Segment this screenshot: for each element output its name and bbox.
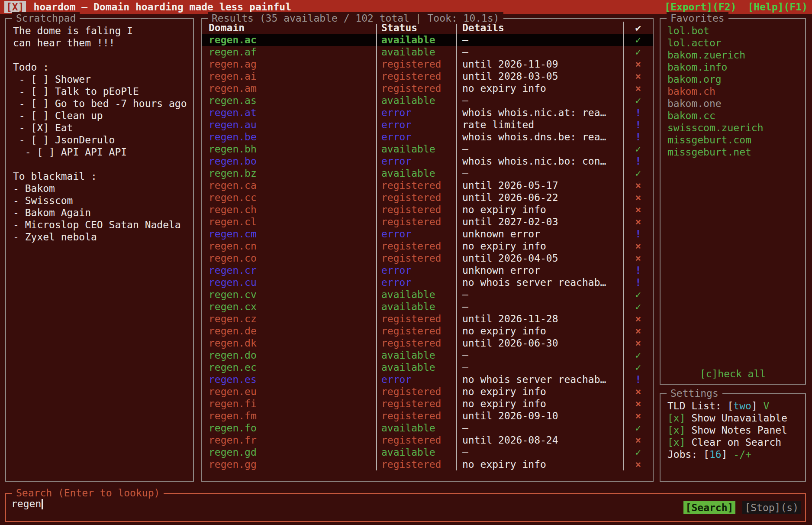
details-cell: – xyxy=(457,94,624,107)
favorite-item[interactable]: bakom.one xyxy=(667,97,803,110)
status-mark-icon: ✓ xyxy=(624,422,653,434)
table-row[interactable]: regen.co registered until 2026-04-05 × xyxy=(202,252,653,264)
status-cell: registered xyxy=(377,70,457,82)
table-row[interactable]: regen.cx available – ✓ xyxy=(202,301,653,313)
favorite-item[interactable]: missgeburt.com xyxy=(667,134,803,146)
table-row[interactable]: regen.de registered no expiry info × xyxy=(202,325,653,337)
favorite-item[interactable]: swisscom.zuerich xyxy=(667,122,803,134)
table-row[interactable]: regen.bo error whois whois.nic.bo: con… … xyxy=(202,155,653,167)
details-cell: no expiry info xyxy=(457,240,624,252)
status-mark-icon: × xyxy=(624,337,653,349)
status-cell: error xyxy=(377,131,457,143)
status-mark-icon: × xyxy=(624,434,653,446)
favorite-item[interactable]: bakom.ch xyxy=(667,85,803,97)
table-row[interactable]: regen.au error rate limited ! xyxy=(202,119,653,131)
checkbox-clear-on-search[interactable]: [x] Clear on Search xyxy=(667,436,803,448)
table-row[interactable]: regen.eu registered no expiry info × xyxy=(202,386,653,398)
table-row[interactable]: regen.ch registered no expiry info × xyxy=(202,204,653,216)
table-row[interactable]: regen.cm error unknown error ! xyxy=(202,228,653,240)
scratchpad-line: - [ ] API API API xyxy=(13,146,191,158)
table-row[interactable]: regen.am registered no expiry info × xyxy=(202,82,653,94)
status-mark-icon: ! xyxy=(624,131,653,143)
favorite-item[interactable]: bakom.org xyxy=(667,73,803,85)
table-row[interactable]: regen.cl registered until 2027-02-03 × xyxy=(202,216,653,228)
table-row[interactable]: regen.cr error unknown error ! xyxy=(202,264,653,276)
status-cell: error xyxy=(377,228,457,240)
domain-cell: regen.cn xyxy=(202,240,377,252)
table-row[interactable]: regen.do available – ✓ xyxy=(202,349,653,361)
stop-button[interactable]: [Stop](s) xyxy=(742,501,801,514)
favorites-panel-title: Favorites xyxy=(667,12,728,24)
status-cell: error xyxy=(377,119,457,131)
table-row[interactable]: regen.as available – ✓ xyxy=(202,94,653,107)
favorite-item[interactable]: bakom.cc xyxy=(667,110,803,122)
table-row[interactable]: regen.cv available – ✓ xyxy=(202,288,653,301)
close-button[interactable]: [X] xyxy=(4,1,26,13)
help-button[interactable]: [Help](F1) xyxy=(748,1,808,13)
favorite-item[interactable]: lol.actor xyxy=(667,37,803,49)
domain-cell: regen.dk xyxy=(202,337,377,349)
table-row[interactable]: regen.gd available – ✓ xyxy=(202,446,653,458)
favorites-panel: Favorites lol.bot lol.actor bakom.zueric… xyxy=(660,18,806,385)
table-row[interactable]: regen.fi registered no expiry info × xyxy=(202,398,653,410)
domain-cell: regen.au xyxy=(202,119,377,131)
scratchpad-line xyxy=(13,49,191,61)
table-row[interactable]: regen.af available – ✓ xyxy=(202,46,653,58)
table-row[interactable]: regen.gg registered no expiry info × xyxy=(202,458,653,470)
search-input-value: regen xyxy=(11,498,41,509)
favorite-item[interactable]: bakom.info xyxy=(667,61,803,73)
status-cell: registered xyxy=(377,179,457,191)
status-mark-icon: ! xyxy=(624,373,653,386)
status-mark-icon: ✓ xyxy=(624,167,653,179)
favorite-item[interactable]: lol.bot xyxy=(667,25,803,37)
scratchpad-line: - [ ] JsonDerulo xyxy=(13,134,191,146)
domain-cell: regen.cx xyxy=(202,301,377,313)
jobs-minus-plus-controls: -/+ xyxy=(733,449,751,460)
details-cell: – xyxy=(457,361,624,373)
details-cell: – xyxy=(457,301,624,313)
table-row[interactable]: regen.bh available – ✓ xyxy=(202,143,653,155)
table-row[interactable]: regen.ca registered until 2026-05-17 × xyxy=(202,179,653,191)
column-header-check-icon: ✔ xyxy=(624,22,653,34)
favorite-item[interactable]: bakom.zuerich xyxy=(667,49,803,61)
details-cell: whois whois.nic.bo: con… xyxy=(457,155,624,167)
table-row[interactable]: regen.ac available – ✓ xyxy=(202,34,653,46)
table-row[interactable]: regen.ai registered until 2028-03-05 × xyxy=(202,70,653,82)
favorite-item[interactable]: missgeburt.net xyxy=(667,146,803,158)
table-row[interactable]: regen.cu error no whois server reachab… … xyxy=(202,276,653,288)
status-cell: available xyxy=(377,301,457,313)
status-mark-icon: ✓ xyxy=(624,361,653,373)
table-row[interactable]: regen.fm registered until 2026-09-10 × xyxy=(202,410,653,422)
table-row[interactable]: regen.fo available – ✓ xyxy=(202,422,653,434)
search-button[interactable]: [Search] xyxy=(683,501,736,514)
status-cell: available xyxy=(377,167,457,179)
checkbox-show-notes-panel[interactable]: [x] Show Notes Panel xyxy=(667,424,803,436)
status-cell: available xyxy=(377,288,457,301)
domain-cell: regen.ag xyxy=(202,58,377,70)
tld-list-dropdown[interactable]: TLD List: [two] V xyxy=(667,400,803,412)
table-row[interactable]: regen.bz available – ✓ xyxy=(202,167,653,179)
table-row[interactable]: regen.fr registered until 2026-08-24 × xyxy=(202,434,653,446)
checkbox-show-unavailable[interactable]: [x] Show Unavailable xyxy=(667,412,803,424)
status-cell: registered xyxy=(377,313,457,325)
status-cell: error xyxy=(377,264,457,276)
table-row[interactable]: regen.cn registered no expiry info × xyxy=(202,240,653,252)
jobs-stepper[interactable]: Jobs: [16] -/+ xyxy=(667,448,803,460)
check-all-button[interactable]: [c]heck all xyxy=(661,368,805,379)
app-title: hoardom — Domain hoarding made less pain… xyxy=(34,1,291,13)
details-cell: unknown error xyxy=(457,264,624,276)
jobs-label: Jobs: [ xyxy=(667,449,709,460)
table-row[interactable]: regen.cz registered until 2026-11-28 × xyxy=(202,313,653,325)
table-row[interactable]: regen.ag registered until 2026-11-09 × xyxy=(202,58,653,70)
table-row[interactable]: regen.at error whois whois.nic.at: rea… … xyxy=(202,107,653,119)
scratchpad-editor[interactable]: The dome is faling I can hear them !!! T… xyxy=(6,19,193,243)
table-row[interactable]: regen.es error no whois server reachab… … xyxy=(202,373,653,386)
status-mark-icon: × xyxy=(624,240,653,252)
table-row[interactable]: regen.ec available – ✓ xyxy=(202,361,653,373)
export-button[interactable]: [Export](F2) xyxy=(664,1,736,13)
table-row[interactable]: regen.cc registered until 2026-06-22 × xyxy=(202,191,653,204)
table-row[interactable]: regen.dk registered until 2026-06-30 × xyxy=(202,337,653,349)
results-panel: Results (35 available / 102 total | Took… xyxy=(201,18,654,482)
table-row[interactable]: regen.be error whois whois.dns.be: rea… … xyxy=(202,131,653,143)
domain-cell: regen.am xyxy=(202,82,377,94)
